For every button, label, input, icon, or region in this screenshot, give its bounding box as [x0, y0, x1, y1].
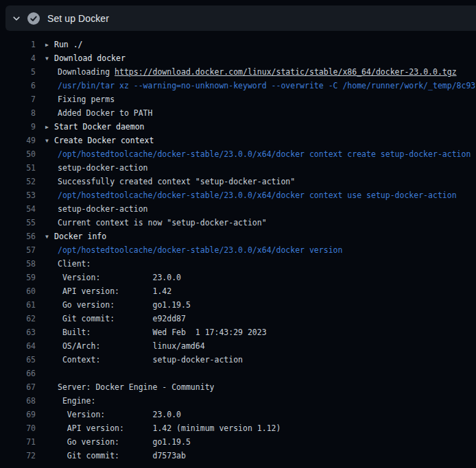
log-line: 1▶Run ./: [0, 38, 476, 51]
line-number[interactable]: 8: [0, 106, 36, 120]
log-text: Context: setup-docker-action: [36, 353, 243, 367]
log-line: 63 Built: Wed Feb 1 17:43:29 2023: [0, 325, 476, 339]
log-command: /opt/hostedtoolcache/docker-stable/23.0.…: [36, 147, 471, 161]
log-line: 51setup-docker-action: [0, 161, 476, 175]
line-number[interactable]: 51: [0, 161, 36, 175]
triangle-right-icon[interactable]: ▶: [45, 121, 54, 134]
log-text: setup-docker-action: [36, 202, 148, 216]
log-text: Git commit: e92dd87: [36, 312, 186, 325]
triangle-down-icon[interactable]: ▼: [45, 134, 54, 148]
log-text: API version: 1.42 (minimum version 1.12): [36, 421, 281, 435]
chevron-down-icon[interactable]: [12, 14, 21, 23]
line-number[interactable]: 52: [0, 175, 36, 188]
log-line: 72 Git commit: d7573ab: [0, 449, 476, 463]
log-line: 49▼Create Docker context: [0, 134, 476, 147]
log-line: 9▶Start Docker daemon: [0, 120, 476, 134]
log-command: /opt/hostedtoolcache/docker-stable/23.0.…: [36, 243, 342, 257]
log-line: 71 Go version: go1.19.5: [0, 435, 476, 449]
line-number[interactable]: 71: [0, 435, 36, 449]
log-line: 56▼Docker info: [0, 230, 476, 243]
log-line: 8Added Docker to PATH: [0, 106, 476, 120]
line-number[interactable]: 55: [0, 216, 36, 230]
triangle-right-icon[interactable]: ▶: [45, 38, 54, 52]
log-line: 53/opt/hostedtoolcache/docker-stable/23.…: [0, 188, 476, 202]
log-line: 59 Version: 23.0.0: [0, 271, 476, 284]
log-text: [36, 367, 58, 380]
line-number[interactable]: 66: [0, 367, 36, 380]
line-number[interactable]: 59: [0, 271, 36, 284]
line-number[interactable]: 58: [0, 257, 36, 271]
log-group-header[interactable]: ▼Download docker: [36, 51, 126, 65]
log-url-link[interactable]: https://download.docker.com/linux/static…: [115, 67, 457, 77]
line-number[interactable]: 63: [0, 325, 36, 339]
log-line: 68 Engine:: [0, 394, 476, 408]
log-text: Fixing perms: [36, 93, 115, 106]
log-line: 54setup-docker-action: [0, 202, 476, 216]
line-number[interactable]: 54: [0, 202, 36, 216]
log-text: Go version: go1.19.5: [36, 298, 191, 312]
triangle-down-icon[interactable]: ▼: [45, 230, 54, 244]
log-text: Version: 23.0.0: [36, 271, 181, 284]
triangle-down-icon[interactable]: ▼: [45, 52, 54, 66]
line-number[interactable]: 4: [0, 51, 36, 65]
line-number[interactable]: 5: [0, 65, 36, 79]
group-title: Download docker: [54, 53, 126, 63]
log-line: 4▼Download docker: [0, 51, 476, 65]
group-title: Start Docker daemon: [54, 122, 145, 132]
log-line: 65 Context: setup-docker-action: [0, 353, 476, 367]
log-line: 6/usr/bin/tar xz --warning=no-unknown-ke…: [0, 79, 476, 93]
log-text: Git commit: d7573ab: [36, 449, 186, 463]
log-line: 69 Version: 23.0.0: [0, 408, 476, 421]
line-number[interactable]: 56: [0, 230, 36, 243]
log-line: 57/opt/hostedtoolcache/docker-stable/23.…: [0, 243, 476, 257]
line-number[interactable]: 62: [0, 312, 36, 325]
line-number[interactable]: 70: [0, 421, 36, 435]
line-number[interactable]: 64: [0, 339, 36, 353]
line-number[interactable]: 60: [0, 284, 36, 298]
log-line: 67Server: Docker Engine - Community: [0, 380, 476, 394]
line-number[interactable]: 69: [0, 408, 36, 421]
log-text: Server: Docker Engine - Community: [36, 380, 214, 394]
log-command: /opt/hostedtoolcache/docker-stable/23.0.…: [36, 188, 457, 202]
log-text: Go version: go1.19.5: [36, 435, 191, 449]
line-number[interactable]: 68: [0, 394, 36, 408]
log-line: 55Current context is now "setup-docker-a…: [0, 216, 476, 230]
log-line: 60 API version: 1.42: [0, 284, 476, 298]
group-title: Run ./: [54, 40, 83, 49]
log-line: 64 OS/Arch: linux/amd64: [0, 339, 476, 353]
line-number[interactable]: 61: [0, 298, 36, 312]
log-line: 58Client:: [0, 257, 476, 271]
line-number[interactable]: 7: [0, 93, 36, 106]
group-title: Docker info: [54, 232, 106, 241]
log-line: 50/opt/hostedtoolcache/docker-stable/23.…: [0, 147, 476, 161]
line-number[interactable]: 49: [0, 134, 36, 147]
line-number[interactable]: 72: [0, 449, 36, 463]
line-number[interactable]: 57: [0, 243, 36, 257]
check-circle-icon: [27, 12, 40, 25]
line-number[interactable]: 67: [0, 380, 36, 394]
log-line: 61 Go version: go1.19.5: [0, 298, 476, 312]
log-group-header[interactable]: ▶Run ./: [36, 38, 83, 51]
log-text: API version: 1.42: [36, 284, 171, 298]
log-command: /usr/bin/tar xz --warning=no-unknown-key…: [36, 79, 475, 93]
log-group-header[interactable]: ▼Create Docker context: [36, 134, 154, 147]
log-text: setup-docker-action: [36, 161, 148, 175]
line-number[interactable]: 50: [0, 147, 36, 161]
log-text: Engine:: [36, 394, 95, 408]
line-number[interactable]: 53: [0, 188, 36, 202]
log-group-header[interactable]: ▶Start Docker daemon: [36, 120, 145, 134]
step-header[interactable]: Set up Docker: [5, 5, 476, 31]
log-text: Added Docker to PATH: [36, 106, 152, 120]
log-group-header[interactable]: ▼Docker info: [36, 230, 106, 243]
log-text: Downloading https://download.docker.com/…: [36, 65, 457, 79]
line-number[interactable]: 6: [0, 79, 36, 93]
group-title: Create Docker context: [54, 136, 154, 145]
line-number[interactable]: 65: [0, 353, 36, 367]
log-line: 66: [0, 367, 476, 380]
line-number[interactable]: 9: [0, 120, 36, 134]
log-viewer: 1▶Run ./4▼Download docker5Downloading ht…: [0, 38, 476, 463]
log-line: 70 API version: 1.42 (minimum version 1.…: [0, 421, 476, 435]
log-text-prefix: Downloading: [58, 67, 115, 77]
line-number[interactable]: 1: [0, 38, 36, 51]
step-title: Set up Docker: [47, 13, 109, 24]
